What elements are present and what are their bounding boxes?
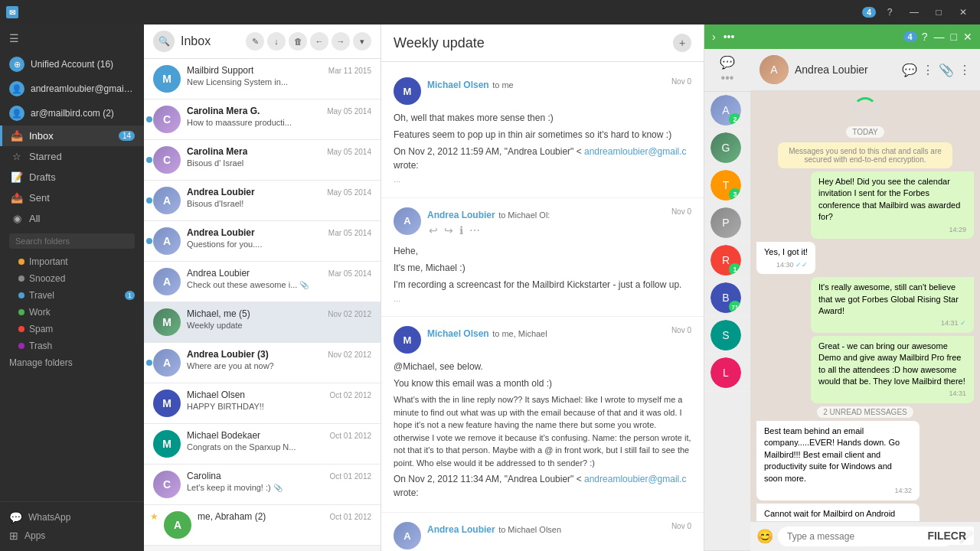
list-item[interactable]: C Carolina Oct 01 2012 Let's keep it mov… (144, 465, 381, 505)
more-button[interactable]: ▾ (353, 32, 371, 51)
folder-snoozed[interactable]: Snoozed (0, 270, 144, 287)
list-item[interactable]: A Andrea Loubier May 05 2014 Bisous d'Is… (144, 181, 381, 221)
apps-icon: ⊞ (9, 530, 18, 542)
wa-minimize-icon[interactable]: — (933, 29, 946, 44)
sidebar-account-unified[interactable]: ⊕ Unified Account (16) (0, 52, 144, 77)
wa-contact-item[interactable]: G (704, 129, 750, 167)
wa-emoji-button[interactable]: 😊 (756, 528, 773, 545)
compose-button[interactable]: ✎ (246, 32, 264, 51)
email-content: Andrea Loubier May 05 2014 Bisous d'Isra… (187, 187, 371, 208)
titlebar-left: ✉ (6, 6, 18, 18)
wa-contact-item[interactable]: B 71 (704, 279, 750, 317)
list-item[interactable]: M Mailbird Support Mar 11 2015 New Licen… (144, 59, 381, 99)
wa-message-sent: Hey Abel! Did you see the calendar invit… (811, 171, 974, 239)
wa-help-icon[interactable]: ? (920, 29, 929, 44)
manage-folders-link[interactable]: Manage folders (0, 354, 144, 371)
avatar: A (164, 511, 191, 539)
show-more-button[interactable]: ··· (394, 295, 691, 308)
email-content: Carolina Oct 01 2012 Let's keep it movin… (187, 471, 371, 492)
all-icon: ◉ (11, 213, 23, 224)
hamburger-icon[interactable]: ☰ (9, 32, 19, 44)
sidebar-footer: 💬 WhatsApp ⊞ Apps (0, 501, 144, 551)
wa-dots-icon[interactable]: ⋮ (922, 63, 934, 77)
list-item[interactable]: M Michael, me (5) Nov 02 2012 Weekly upd… (144, 302, 381, 343)
list-item[interactable]: M Michael Olsen Oct 02 2012 HAPPY BIRTHD… (144, 383, 381, 424)
delete-button[interactable]: 🗑 (289, 32, 307, 51)
sidebar-account-mailbird[interactable]: 👤 ar@mailbird.com (2) (0, 101, 144, 126)
wa-unread-divider: 2 UNREAD MESSAGES (817, 406, 913, 418)
more-options-button[interactable]: ⋯ (468, 223, 482, 238)
close-button[interactable]: ✕ (952, 5, 974, 20)
list-item[interactable]: M Michael Bodekaer Oct 01 2012 Congrats … (144, 424, 381, 465)
list-item[interactable]: A Andrea Loubier Mar 05 2014 Questions f… (144, 221, 381, 262)
wa-chat-icon[interactable]: 💬 (720, 55, 735, 70)
folder-spam[interactable]: Spam (0, 321, 144, 337)
wa-contact-item[interactable]: A 2 (704, 92, 750, 129)
minimize-button[interactable]: — (903, 5, 925, 20)
sidebar-item-inbox[interactable]: 📥 Inbox 14 (0, 126, 144, 146)
folder-trash[interactable]: Trash (0, 337, 144, 354)
list-item[interactable]: A Andrea Loubier Mar 05 2014 Check out t… (144, 262, 381, 302)
email-sender: Michael Olsen (187, 390, 245, 400)
search-folders-input[interactable] (9, 233, 135, 249)
wa-contact-item[interactable]: P (704, 204, 750, 242)
filecr-watermark: FILECR (920, 527, 974, 545)
wa-status-icon[interactable]: ••• (721, 71, 734, 85)
sidebar-item-sent[interactable]: 📤 Sent (0, 187, 144, 208)
help-button[interactable]: ? (879, 5, 900, 20)
wa-contact-item[interactable]: R 1 (704, 242, 750, 279)
list-item[interactable]: C Carolina Mera May 05 2014 Bisous d' Is… (144, 140, 381, 181)
message-time: 14:32 (764, 486, 912, 496)
forward-button[interactable]: ↪ (443, 223, 455, 238)
list-item[interactable]: ★ A me, Abraham (2) Oct 01 2012 (144, 505, 381, 546)
wa-contact-item[interactable]: L (704, 354, 750, 392)
sidebar-item-all[interactable]: ◉ All (0, 208, 144, 229)
next-button[interactable]: → (332, 32, 350, 51)
prev-button[interactable]: ← (310, 32, 328, 51)
sidebar-item-whatsapp[interactable]: 💬 WhatsApp (9, 508, 135, 527)
wa-message-received: Yes, I got it! 14:30 ✓✓ (756, 242, 815, 274)
wa-more-icon[interactable]: ••• (722, 29, 737, 44)
folder-important[interactable]: Important (0, 253, 144, 270)
info-button[interactable]: ℹ (458, 223, 465, 238)
travel-badge: 1 (125, 291, 135, 300)
email-content: Michael, me (5) Nov 02 2012 Weekly updat… (187, 308, 371, 330)
wa-contact-thumb: T 3 (710, 170, 741, 201)
reply-button[interactable]: ↩ (427, 223, 439, 238)
email-sender: Carolina (187, 471, 221, 481)
wa-contact-name: Andrea Loubier (795, 64, 896, 76)
download-button[interactable]: ↓ (267, 32, 286, 51)
wa-back-icon[interactable]: › (710, 29, 717, 44)
maximize-button[interactable]: □ (928, 5, 949, 20)
sidebar-account-gmail[interactable]: 👤 andreamloubier@gmail.co... (0, 77, 144, 101)
wa-attachment-icon[interactable]: 📎 (939, 63, 954, 77)
message-time: 14:31 ✓ (818, 318, 966, 328)
message-date: Nov 0 (671, 326, 691, 334)
search-button[interactable]: 🔍 (153, 31, 175, 52)
list-item[interactable]: A Andrea Loubier (3) Nov 02 2012 Where a… (144, 343, 381, 383)
wa-maximize-icon[interactable]: □ (949, 29, 959, 44)
sidebar-item-starred[interactable]: ☆ Starred (0, 146, 144, 167)
folder-work[interactable]: Work (0, 304, 144, 321)
email-link[interactable]: andreamloubier@gmail.c (584, 474, 687, 484)
show-more-button[interactable]: ··· (394, 175, 691, 188)
list-item[interactable]: C Carolina Mera G. May 05 2014 How to ma… (144, 99, 381, 140)
wa-contact-item[interactable]: S (704, 317, 750, 354)
email-link[interactable]: andreamloubier@gmail.c (584, 146, 687, 157)
message-header: A Andrea Loubier to Michael Olsen Nov 0 (394, 522, 691, 549)
add-to-thread-button[interactable]: + (673, 34, 691, 52)
titlebar: ✉ 4 ? — □ ✕ (0, 0, 980, 24)
sidebar-item-drafts[interactable]: 📝 Drafts (0, 167, 144, 187)
folder-dot-spam (18, 326, 24, 332)
wa-close-icon[interactable]: ✕ (962, 29, 974, 44)
wa-more-options-icon[interactable]: ⋮ (959, 63, 971, 77)
wa-contact-item[interactable]: T 3 (704, 167, 750, 204)
titlebar-controls: 4 ? — □ ✕ (862, 5, 974, 20)
folder-travel[interactable]: Travel 1 (0, 287, 144, 304)
wa-avatar: G (710, 132, 741, 163)
email-subject: Bisous d' Israel (187, 158, 371, 168)
message-date: Nov 0 (671, 207, 691, 216)
wa-chat-type-icon[interactable]: 💬 (902, 63, 917, 77)
email-list-header: 🔍 Inbox ✎ ↓ 🗑 ← → ▾ (144, 24, 381, 59)
sidebar-item-apps[interactable]: ⊞ Apps (9, 527, 135, 545)
